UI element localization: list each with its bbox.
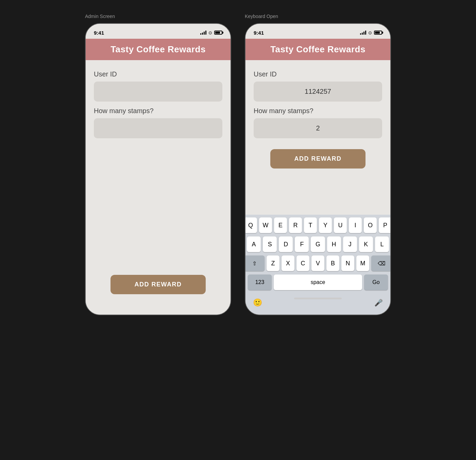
home-indicator	[294, 298, 342, 299]
key-z[interactable]: Z	[267, 255, 279, 271]
user-id-input[interactable]	[94, 82, 222, 102]
battery-icon-2	[374, 31, 382, 35]
key-v[interactable]: V	[311, 255, 324, 271]
key-k[interactable]: K	[359, 236, 373, 252]
keyboard-row-3: ⇧ Z X C V B N M ⌫	[247, 255, 389, 271]
status-icons-2: ⊙	[360, 30, 382, 35]
battery-icon	[214, 31, 222, 35]
status-time-2: 9:41	[254, 30, 264, 36]
emoji-key[interactable]: 🙂	[251, 295, 264, 311]
add-reward-button-2[interactable]: ADD REWARD	[270, 149, 366, 169]
shift-key[interactable]: ⇧	[245, 255, 265, 271]
key-x[interactable]: X	[282, 255, 294, 271]
app-header-2: Tasty Coffee Rewards	[245, 39, 390, 60]
signal-icon	[200, 31, 206, 35]
key-f[interactable]: F	[295, 236, 309, 252]
stamps-group-2: How many stamps?	[254, 107, 382, 138]
keyboard-phone: 9:41 ⊙ Tasty Coffee Rewards User I	[245, 23, 391, 315]
user-id-label: User ID	[94, 70, 222, 78]
key-b[interactable]: B	[326, 255, 339, 271]
user-id-label-2: User ID	[254, 70, 382, 78]
key-p[interactable]: P	[379, 217, 391, 233]
key-i[interactable]: I	[349, 217, 362, 233]
app-content-2: User ID How many stamps? ADD REWARD	[245, 60, 390, 215]
microphone-key[interactable]: 🎤	[372, 295, 385, 311]
wifi-icon-2: ⊙	[368, 30, 372, 35]
app-title-2: Tasty Coffee Rewards	[251, 44, 385, 55]
admin-screen-wrapper: Admin Screen 9:41 ⊙ Tasty Coffee Rewards	[85, 14, 231, 315]
wifi-icon: ⊙	[208, 30, 212, 35]
key-g[interactable]: G	[311, 236, 325, 252]
key-s[interactable]: S	[263, 236, 277, 252]
keyboard-row-2: A S D F G H J K L	[247, 236, 389, 252]
space-key[interactable]: space	[274, 275, 362, 290]
key-t[interactable]: T	[304, 217, 317, 233]
stamps-input-2[interactable]	[254, 118, 382, 138]
key-a[interactable]: A	[247, 236, 261, 252]
status-bar: 9:41 ⊙	[86, 24, 231, 39]
user-id-input-2[interactable]	[254, 82, 382, 102]
key-j[interactable]: J	[343, 236, 357, 252]
key-u[interactable]: U	[334, 217, 347, 233]
key-h[interactable]: H	[327, 236, 341, 252]
app-content: User ID How many stamps? ADD REWARD	[86, 60, 231, 315]
go-key[interactable]: Go	[364, 275, 388, 290]
stamps-input[interactable]	[94, 118, 222, 138]
key-l[interactable]: L	[375, 236, 389, 252]
key-m[interactable]: M	[356, 255, 369, 271]
key-r[interactable]: R	[289, 217, 302, 233]
app-header: Tasty Coffee Rewards	[86, 39, 231, 60]
key-c[interactable]: C	[296, 255, 309, 271]
key-w[interactable]: W	[259, 217, 272, 233]
key-d[interactable]: D	[279, 236, 293, 252]
add-reward-button[interactable]: ADD REWARD	[111, 275, 206, 294]
admin-phone: 9:41 ⊙ Tasty Coffee Rewards User I	[85, 23, 231, 315]
keyboard-row-4: 123 space Go	[247, 275, 389, 290]
keyboard: Q W E R T Y U I O P A S D F G H J K	[245, 215, 390, 315]
keyboard-screen-label: Keyboard Open	[245, 14, 278, 19]
status-time: 9:41	[94, 30, 104, 36]
signal-icon-2	[360, 31, 366, 35]
key-n[interactable]: N	[341, 255, 354, 271]
user-id-group: User ID	[94, 70, 222, 102]
user-id-group-2: User ID	[254, 70, 382, 102]
key-e[interactable]: E	[274, 217, 287, 233]
status-bar-2: 9:41 ⊙	[245, 24, 390, 39]
stamps-group: How many stamps?	[94, 107, 222, 138]
keyboard-screen-wrapper: Keyboard Open 9:41 ⊙ Tasty Coffee Reward…	[245, 14, 391, 315]
keyboard-extras: 🙂 🎤	[247, 294, 389, 313]
key-y[interactable]: Y	[319, 217, 332, 233]
delete-key[interactable]: ⌫	[371, 255, 391, 271]
numbers-key[interactable]: 123	[248, 275, 272, 290]
keyboard-row-1: Q W E R T Y U I O P	[247, 217, 389, 233]
stamps-label-2: How many stamps?	[254, 107, 382, 115]
stamps-label: How many stamps?	[94, 107, 222, 115]
app-title: Tasty Coffee Rewards	[91, 44, 225, 55]
key-o[interactable]: O	[364, 217, 377, 233]
admin-screen-label: Admin Screen	[85, 14, 115, 19]
status-icons: ⊙	[200, 30, 222, 35]
key-q[interactable]: Q	[245, 217, 257, 233]
